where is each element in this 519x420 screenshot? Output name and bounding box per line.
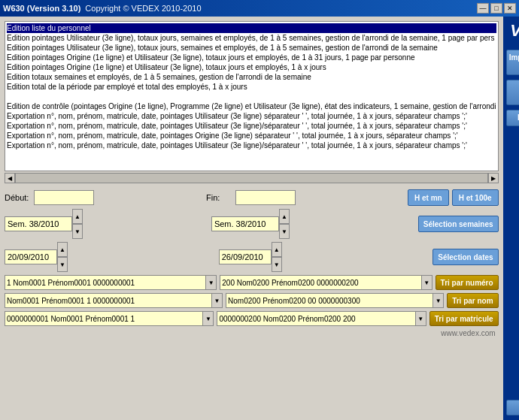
sem-fin-spin: ▲ ▼ [211, 209, 290, 239]
combo-nom-right-arrow[interactable]: ▼ [432, 293, 443, 308]
combo-numero-left-arrow[interactable]: ▼ [205, 275, 216, 290]
fin-label: Fin: [206, 193, 232, 202]
brand-title: VEDEX [510, 21, 519, 41]
date-debut-spin: ▲ ▼ [5, 242, 68, 272]
date-fin-spin: ▲ ▼ [219, 242, 282, 272]
list-item[interactable]: Exportation n°, nom, prénom, matricule, … [7, 131, 496, 141]
list-item[interactable]: Edition pointages Origine (1e ligne) et … [7, 53, 496, 62]
date-fin-up[interactable]: ▲ [272, 242, 282, 257]
combo-nom-left[interactable]: Nom0001 Prénom0001 1 0000000001 ▼ [5, 293, 223, 308]
selection-dates-button[interactable]: Sélection dates [432, 249, 498, 265]
scroll-left-button[interactable]: ◀ [5, 173, 15, 183]
combo-matricule-right-text: 0000000200 Nom0200 Prénom0200 200 [217, 315, 414, 323]
combo-matricule-right[interactable]: 0000000200 Nom0200 Prénom0200 200 ▼ [217, 311, 426, 326]
combo-nom-left-text: Nom0001 Prénom0001 1 0000000001 [5, 297, 211, 305]
date-debut-input[interactable] [5, 249, 57, 264]
close-button[interactable]: ✕ [504, 3, 516, 14]
config-imprimante-button[interactable]: Config. Imprimante [506, 80, 519, 105]
maximize-button[interactable]: □ [490, 3, 502, 14]
combo-nom-right-text: Nom0200 Prénom0200 00 0000000300 [226, 297, 432, 305]
main-container: Edition liste du personnel Edition point… [0, 17, 519, 420]
combo-matricule-left-text: 0000000001 Nom0001 Prénom0001 1 [5, 315, 202, 323]
scroll-track[interactable] [15, 173, 488, 183]
dates-row: ▲ ▼ ▲ ▼ Sélection dates [5, 242, 499, 272]
combo-numero-left[interactable]: 1 Nom0001 Prénom0001 0000000001 ▼ [5, 275, 217, 290]
list-item[interactable]: Edition pointages Utilisateur (3e ligne)… [7, 33, 496, 43]
combo-numero-right-text: 200 Nom0200 Prénom0200 0000000200 [220, 279, 420, 287]
watermark: www.vedex.com [5, 329, 499, 337]
list-item[interactable]: Edition pointages Origine (1e ligne) et … [7, 62, 496, 72]
sem-fin-up[interactable]: ▲ [279, 209, 290, 224]
sem-fin-down[interactable]: ▼ [279, 224, 290, 239]
list-item[interactable]: Exportation n°, nom, prénom, matricule, … [7, 141, 496, 150]
fin-input[interactable] [235, 190, 296, 205]
list-item[interactable]: Edition de contrôle (pointages Origine (… [7, 101, 496, 111]
combo-matricule-right-arrow[interactable]: ▼ [415, 311, 426, 326]
combo-numero-right[interactable]: 200 Nom0200 Prénom0200 0000000200 ▼ [220, 275, 432, 290]
combo-nom-right[interactable]: Nom0200 Prénom0200 00 0000000300 ▼ [226, 293, 444, 308]
list-item[interactable] [7, 92, 496, 101]
scroll-right-button[interactable]: ▶ [488, 173, 499, 183]
list-item[interactable]: Edition total de la période par employé … [7, 82, 496, 92]
sem-debut-spin: ▲ ▼ [5, 209, 83, 239]
report-listbox[interactable]: Edition liste du personnel Edition point… [5, 21, 499, 171]
combo-nom-row: Nom0001 Prénom0001 1 0000000001 ▼ Nom020… [5, 293, 499, 308]
window-controls: — □ ✕ [477, 3, 516, 14]
date-debut-down[interactable]: ▼ [57, 257, 68, 272]
combo-nom-left-arrow[interactable]: ▼ [211, 293, 222, 308]
list-item[interactable]: Exportation n°, nom, prénom, matricule, … [7, 121, 496, 131]
combo-matricule-left[interactable]: 0000000001 Nom0001 Prénom0001 1 ▼ [5, 311, 214, 326]
combo-matricule-row: 0000000001 Nom0001 Prénom0001 1 ▼ 000000… [5, 311, 499, 326]
tri-matricule-button[interactable]: Tri par matricule [429, 311, 499, 326]
list-item[interactable]: Edition liste du personnel [7, 23, 496, 33]
list-item[interactable]: Edition totaux semaines et employés, de … [7, 72, 496, 82]
tri-numero-button[interactable]: Tri par numéro [436, 275, 499, 290]
exporter-button[interactable]: Exporter où ? [506, 110, 519, 126]
right-panel: VEDEX Impression/Exportation Config. Imp… [503, 17, 519, 420]
h100e-button[interactable]: H et 100e [452, 189, 499, 206]
debut-input[interactable] [34, 190, 94, 205]
combo-numero-row: 1 Nom0001 Prénom0001 0000000001 ▼ 200 No… [5, 275, 499, 290]
sem-debut-up[interactable]: ▲ [72, 209, 83, 224]
list-item[interactable]: Exportation n°, nom, prénom, matricule, … [7, 111, 496, 121]
date-debut-up[interactable]: ▲ [57, 242, 68, 257]
date-fin-input[interactable] [219, 249, 272, 264]
copyright-text: Copyright © VEDEX 2010-2010 [85, 4, 201, 13]
left-panel: Edition liste du personnel Edition point… [0, 17, 503, 420]
title-bar: W630 (Version 3.10) Copyright © VEDEX 20… [0, 0, 519, 17]
date-fin-down[interactable]: ▼ [272, 257, 282, 272]
quitter-button[interactable]: Quitter [506, 400, 519, 415]
sem-debut-down[interactable]: ▼ [72, 224, 83, 239]
combo-numero-left-text: 1 Nom0001 Prénom0001 0000000001 [5, 279, 205, 287]
debut-label: Début: [5, 193, 31, 202]
debut-fin-row: Début: Fin: H et mn H et 100e [5, 189, 499, 206]
selection-semaines-button[interactable]: Sélection semaines [418, 216, 499, 232]
sem-debut-input[interactable] [5, 216, 72, 231]
combo-matricule-left-arrow[interactable]: ▼ [202, 311, 213, 326]
minimize-button[interactable]: — [477, 3, 489, 14]
list-item[interactable]: Edition pointages Utilisateur (3e ligne)… [7, 43, 496, 53]
semaines-row: ▲ ▼ ▲ ▼ Sélection semaines [5, 209, 499, 239]
sem-fin-input[interactable] [211, 216, 279, 231]
impression-button[interactable]: Impression/Exportation [506, 50, 519, 75]
hmin-button[interactable]: H et mn [408, 189, 449, 206]
tri-nom-button[interactable]: Tri par nom [447, 293, 498, 308]
app-title: W630 (Version 3.10) [3, 4, 80, 13]
combo-numero-right-arrow[interactable]: ▼ [421, 275, 432, 290]
